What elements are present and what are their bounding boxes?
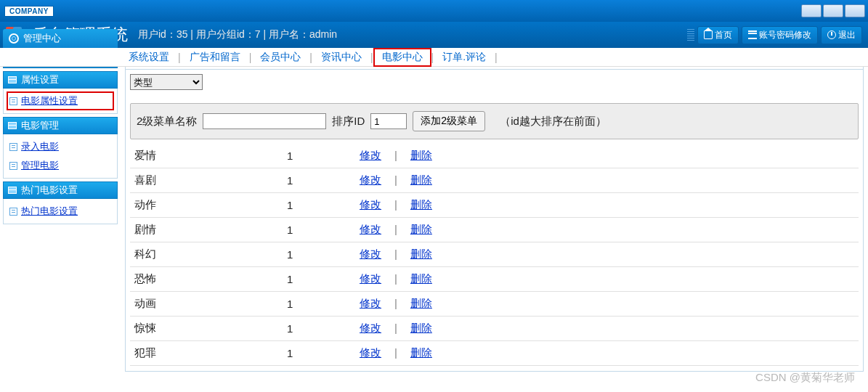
watermark: CSDN @黄菊华老师: [755, 371, 855, 385]
delete-link[interactable]: 删除: [410, 248, 432, 260]
separator: |: [394, 173, 397, 186]
sidebar-link[interactable]: 管理电影: [9, 159, 111, 172]
top-menu-item[interactable]: 会员中心: [251, 51, 309, 64]
cell-actions: 修改|删除: [360, 198, 432, 212]
company-badge: COMPANY: [4, 6, 54, 17]
separator: |: [394, 272, 397, 285]
cell-sort: 1: [287, 322, 360, 335]
home-icon: [704, 30, 713, 39]
table-row: 惊悚1修改|删除: [130, 317, 859, 341]
data-rows: 爱情1修改|删除喜剧1修改|删除动作1修改|删除剧情1修改|删除科幻1修改|删除…: [130, 144, 859, 366]
edit-link[interactable]: 修改: [360, 198, 381, 211]
sidebar: 管理中心 电影中心 属性设置电影属性设置电影管理录入电影管理电影热门电影设置热门…: [0, 48, 118, 373]
edit-link[interactable]: 修改: [360, 248, 381, 260]
sidebar-link-wrap: 管理电影: [7, 156, 114, 175]
document-icon: [9, 162, 17, 170]
account-button[interactable]: 账号密码修改: [742, 26, 818, 44]
menu-separator: |: [495, 52, 498, 63]
edit-link[interactable]: 修改: [360, 322, 381, 334]
edit-link[interactable]: 修改: [360, 173, 381, 186]
form-hint: （id越大排序在前面）: [500, 115, 607, 128]
edit-link[interactable]: 修改: [360, 297, 381, 309]
top-menu-item[interactable]: 系统设置: [120, 51, 178, 64]
sidebar-section-title[interactable]: 电影管理: [3, 117, 118, 134]
cell-name: 剧情: [134, 223, 287, 237]
add-button[interactable]: 添加2级菜单: [413, 111, 485, 131]
sidebar-link-wrap: 电影属性设置: [7, 91, 114, 110]
cell-actions: 修改|删除: [360, 149, 432, 163]
ring-icon: [9, 33, 19, 44]
account-label: 账号密码修改: [759, 29, 811, 41]
edit-link[interactable]: 修改: [360, 272, 381, 285]
window-maximize-button[interactable]: [823, 4, 843, 17]
sidebar-section-title[interactable]: 热门电影设置: [3, 181, 118, 199]
edit-link[interactable]: 修改: [360, 223, 381, 235]
delete-link[interactable]: 删除: [410, 223, 432, 235]
content-panel: 类型 2级菜单名称 排序ID 添加2级菜单 （id越大排序在前面） 爱情1修改|…: [125, 70, 864, 372]
table-row: 剧情1修改|删除: [130, 218, 859, 242]
delete-link[interactable]: 删除: [410, 198, 432, 211]
section-label: 热门电影设置: [21, 184, 78, 197]
cell-name: 动作: [134, 198, 287, 212]
app-header: 后台管理系统 用户id：35 | 用户分组id：7 | 用户名：admin 首页…: [0, 22, 868, 48]
cell-actions: 修改|删除: [360, 173, 432, 187]
logout-button[interactable]: 退出: [821, 26, 862, 44]
edit-link[interactable]: 修改: [360, 346, 381, 359]
name-input[interactable]: [203, 113, 326, 129]
delete-link[interactable]: 删除: [410, 297, 432, 309]
delete-link[interactable]: 删除: [410, 322, 432, 334]
cell-name: 恐怖: [134, 272, 287, 286]
section-label: 电影管理: [21, 119, 59, 132]
name-label: 2级菜单名称: [137, 115, 197, 128]
sidebar-link[interactable]: 电影属性设置: [9, 94, 111, 107]
sort-input[interactable]: [370, 113, 407, 129]
cell-sort: 1: [287, 199, 360, 211]
cell-actions: 修改|删除: [360, 322, 432, 335]
separator: |: [394, 346, 397, 359]
sidebar-link-group: 电影属性设置: [3, 89, 118, 114]
cell-name: 科幻: [134, 248, 287, 261]
sidebar-link-label: 热门电影设置: [21, 205, 78, 218]
separator: |: [394, 198, 397, 211]
sidebar-header: 管理中心: [3, 29, 118, 48]
top-menu-item[interactable]: 资讯中心: [312, 51, 370, 64]
document-icon: [9, 143, 17, 151]
home-label: 首页: [715, 29, 732, 41]
top-menu-item[interactable]: 电影中心: [373, 48, 431, 67]
edit-link[interactable]: 修改: [360, 149, 381, 161]
section-icon: [8, 76, 17, 83]
list-icon: [748, 30, 757, 39]
separator: |: [394, 149, 397, 161]
table-row: 爱情1修改|删除: [130, 144, 859, 168]
section-label: 属性设置: [21, 73, 59, 86]
sidebar-link[interactable]: 录入电影: [9, 140, 111, 153]
cell-sort: 1: [287, 248, 360, 261]
separator: |: [394, 322, 397, 334]
delete-link[interactable]: 删除: [410, 173, 432, 186]
top-menu-item[interactable]: 广告和留言: [181, 51, 249, 64]
cell-sort: 1: [287, 174, 360, 187]
table-row: 喜剧1修改|删除: [130, 168, 859, 193]
cell-sort: 1: [287, 224, 360, 236]
delete-link[interactable]: 删除: [410, 346, 432, 359]
cell-name: 惊悚: [134, 322, 287, 335]
window-close-button[interactable]: [845, 4, 865, 17]
top-menu: 系统设置|广告和留言|会员中心|资讯中心|电影中心|订单.评论|: [0, 48, 868, 67]
separator: |: [394, 297, 397, 309]
type-select[interactable]: 类型: [130, 74, 203, 90]
window-minimize-button[interactable]: [801, 4, 822, 17]
sidebar-section-title[interactable]: 属性设置: [3, 71, 118, 89]
table-row: 犯罪1修改|删除: [130, 341, 859, 366]
power-icon: [827, 30, 836, 39]
content-area: 你当前的位置： [菜单设置]-[2级菜单] 类型 2级菜单名称 排序ID 添加2…: [118, 48, 868, 373]
cell-name: 犯罪: [134, 346, 287, 360]
cell-actions: 修改|删除: [360, 346, 432, 360]
delete-link[interactable]: 删除: [410, 272, 432, 285]
window-title-bar: COMPANY: [0, 0, 868, 22]
sidebar-link-label: 管理电影: [21, 159, 59, 172]
sidebar-link[interactable]: 热门电影设置: [9, 205, 111, 218]
window-controls: [801, 4, 865, 17]
top-menu-item[interactable]: 订单.评论: [434, 51, 495, 64]
home-button[interactable]: 首页: [697, 26, 739, 44]
delete-link[interactable]: 删除: [410, 149, 432, 161]
